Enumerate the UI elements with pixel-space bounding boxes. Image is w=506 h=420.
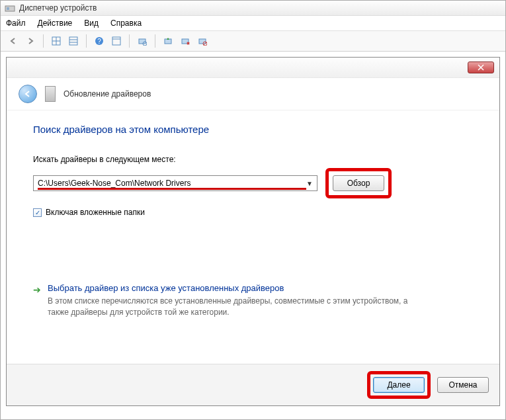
svg-rect-5: [69, 37, 77, 45]
menu-file[interactable]: Файл: [6, 19, 26, 28]
svg-rect-16: [199, 39, 206, 44]
dialog-heading: Поиск драйверов на этом компьютере: [33, 124, 473, 135]
dialog-titlebar: [7, 58, 499, 78]
toolbar: ?: [1, 31, 505, 52]
svg-rect-12: [139, 39, 146, 44]
highlight-underline: [38, 188, 306, 190]
link-text-block: Выбрать драйвер из списка уже установлен…: [48, 283, 418, 318]
include-subfolders-checkbox[interactable]: ✓: [33, 208, 42, 217]
close-button[interactable]: [468, 62, 494, 73]
path-combobox[interactable]: C:\Users\Geek-Nose_Com\Network Drivers ▼: [33, 175, 317, 191]
cancel-button[interactable]: Отмена: [437, 377, 489, 393]
pick-driver-link-title: Выбрать драйвер из списка уже установлен…: [48, 283, 418, 293]
update-driver-dialog: Обновление драйверов Поиск драйверов на …: [6, 57, 500, 406]
path-text: C:\Users\Geek-Nose_Com\Network Drivers: [38, 179, 190, 188]
back-arrow-icon[interactable]: [6, 34, 21, 48]
uninstall-icon[interactable]: [178, 34, 192, 48]
include-subfolders-row: ✓ Включая вложенные папки: [33, 208, 473, 217]
dialog-footer: Далее Отмена: [7, 364, 499, 405]
next-highlight: Далее: [367, 371, 431, 399]
svg-rect-10: [112, 37, 120, 45]
pick-driver-link-desc: В этом списке перечисляются все установл…: [48, 296, 418, 318]
browse-highlight: Обзор: [325, 168, 392, 198]
scan-hardware-icon[interactable]: [135, 34, 149, 48]
arrow-right-icon: ➔: [33, 284, 41, 318]
menu-action[interactable]: Действие: [38, 19, 73, 28]
menu-view[interactable]: Вид: [84, 19, 99, 28]
svg-text:?: ?: [97, 38, 101, 45]
device-icon: [45, 86, 56, 102]
browse-button[interactable]: Обзор: [333, 175, 384, 191]
help-icon[interactable]: ?: [92, 34, 106, 48]
separator: [155, 34, 155, 48]
properties-icon[interactable]: [109, 34, 124, 48]
next-button[interactable]: Далее: [373, 377, 425, 393]
disable-icon[interactable]: [195, 34, 210, 48]
search-location-label: Искать драйверы в следующем месте:: [33, 155, 473, 164]
svg-rect-1: [7, 7, 9, 10]
menubar: Файл Действие Вид Справка: [1, 16, 505, 31]
menu-help[interactable]: Справка: [110, 19, 142, 28]
grid-icon[interactable]: [49, 34, 63, 48]
separator: [86, 34, 87, 48]
app-title: Диспетчер устройств: [19, 3, 97, 13]
update-driver-icon[interactable]: [161, 34, 175, 48]
content-area: Обновление драйверов Поиск драйверов на …: [1, 52, 505, 419]
separator: [43, 34, 44, 48]
include-subfolders-label: Включая вложенные папки: [46, 208, 145, 217]
dialog-nav: Обновление драйверов: [7, 78, 499, 110]
titlebar: Диспетчер устройств: [1, 1, 505, 16]
svg-rect-14: [165, 39, 171, 44]
path-value: C:\Users\Geek-Nose_Com\Network Drivers: [38, 179, 306, 188]
separator: [129, 34, 130, 48]
path-row: C:\Users\Geek-Nose_Com\Network Drivers ▼…: [33, 168, 473, 198]
back-button[interactable]: [19, 85, 37, 103]
list-icon[interactable]: [66, 34, 81, 48]
forward-arrow-icon[interactable]: [23, 34, 38, 48]
dialog-body: Поиск драйверов на этом компьютере Искат…: [7, 110, 499, 364]
pick-driver-link-section[interactable]: ➔ Выбрать драйвер из списка уже установл…: [33, 283, 473, 318]
dialog-title: Обновление драйверов: [63, 89, 151, 99]
device-manager-window: Диспетчер устройств Файл Действие Вид Сп…: [0, 0, 506, 420]
dropdown-arrow-icon[interactable]: ▼: [306, 180, 313, 187]
app-icon: [5, 3, 15, 13]
